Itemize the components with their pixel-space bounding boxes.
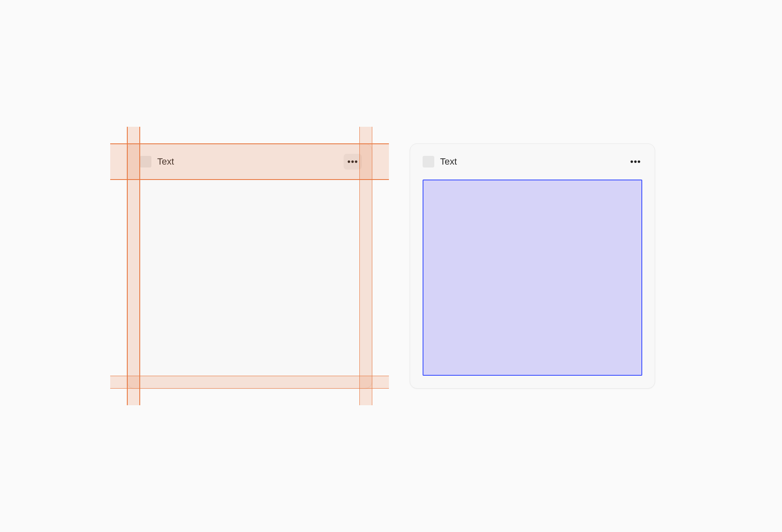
card-left[interactable]: Text ••• [127,143,372,389]
card-body [410,180,655,388]
card-content-area[interactable] [140,180,359,376]
card-content-area-selected[interactable] [423,180,642,376]
card-title: Text [157,156,344,167]
more-button[interactable]: ••• [626,154,645,170]
card-header: Text ••• [127,144,372,180]
card-wrapper-left: Text ••• [127,143,372,389]
ellipsis-icon: ••• [630,157,641,166]
card-right[interactable]: Text ••• [410,143,655,389]
more-button[interactable]: ••• [344,154,362,170]
card-icon-placeholder [140,156,151,167]
design-canvas: Text ••• Text [8,8,774,524]
ellipsis-icon: ••• [347,157,358,166]
card-body [127,180,372,388]
card-wrapper-right: Text ••• [410,143,655,389]
card-header: Text ••• [410,144,655,180]
card-icon-placeholder [423,156,434,167]
card-title: Text [440,156,626,167]
